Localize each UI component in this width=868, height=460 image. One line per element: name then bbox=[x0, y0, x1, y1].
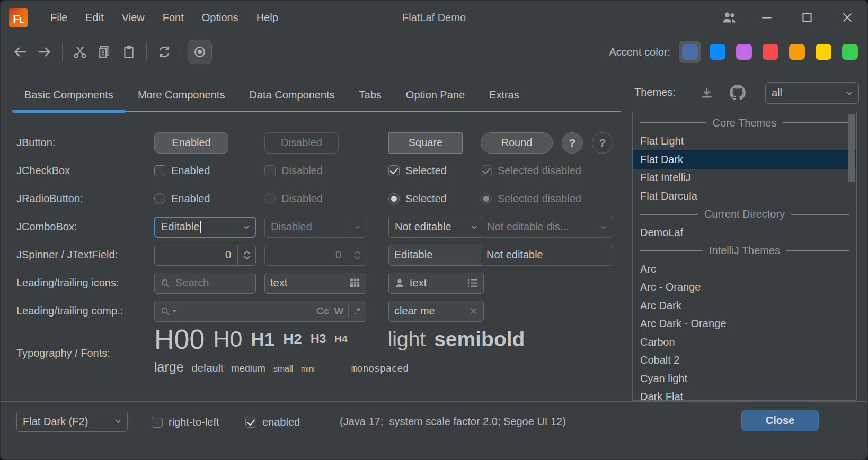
copy-icon[interactable] bbox=[92, 40, 117, 64]
menu-font[interactable]: Font bbox=[154, 1, 193, 34]
combobox-editable[interactable]: Editable bbox=[154, 217, 256, 238]
enabled-checkbox[interactable]: enabled bbox=[245, 416, 300, 428]
accent-swatch-red[interactable] bbox=[763, 44, 778, 60]
accent-color-label: Accent color: bbox=[609, 46, 670, 58]
text-input[interactable] bbox=[410, 277, 462, 289]
list-icon[interactable] bbox=[467, 278, 478, 288]
accent-swatch-yellow[interactable] bbox=[816, 44, 831, 60]
theme-list-item[interactable]: Arc Dark bbox=[633, 296, 856, 315]
checkbox-icon[interactable] bbox=[152, 417, 163, 428]
text-field-user-list[interactable] bbox=[388, 273, 484, 294]
spinner-arrows-icon[interactable] bbox=[237, 245, 255, 265]
match-case-toggle[interactable]: Cc bbox=[316, 305, 329, 317]
checkbox-icon[interactable] bbox=[154, 165, 165, 176]
theme-list-item[interactable]: DemoLaf bbox=[633, 223, 856, 242]
chevron-down-icon[interactable] bbox=[237, 218, 255, 237]
regex-toggle[interactable]: .* bbox=[353, 305, 360, 317]
accent-swatch-green[interactable] bbox=[842, 44, 858, 60]
editable-text-input[interactable] bbox=[394, 249, 478, 261]
radio-selected-icon[interactable] bbox=[388, 193, 400, 204]
github-icon[interactable] bbox=[728, 83, 748, 103]
round-button[interactable]: Round bbox=[481, 132, 553, 154]
clearable-text-input[interactable] bbox=[394, 305, 464, 317]
clear-x-icon[interactable] bbox=[469, 306, 478, 315]
tab-more-components[interactable]: More Components bbox=[126, 78, 237, 112]
maximize-button[interactable] bbox=[787, 1, 827, 34]
jspinner-label: JSpinner / JTextField: bbox=[12, 249, 154, 261]
look-and-feel-combobox[interactable]: Flat Dark (F2) bbox=[16, 411, 128, 432]
typography-light: light bbox=[388, 328, 426, 351]
forward-icon[interactable] bbox=[32, 40, 57, 64]
back-icon[interactable] bbox=[8, 40, 32, 64]
users-icon[interactable] bbox=[712, 1, 747, 34]
radio-selected-icon bbox=[481, 193, 492, 204]
tab-basic-components[interactable]: Basic Components bbox=[12, 78, 126, 112]
theme-list-item[interactable]: Flat Light bbox=[633, 132, 856, 151]
help-button-outline[interactable]: ? bbox=[592, 132, 613, 154]
accent-swatch-purple[interactable] bbox=[736, 44, 752, 60]
checkbox-selected[interactable]: Selected bbox=[388, 165, 481, 177]
radio-selected[interactable]: Selected bbox=[388, 193, 481, 205]
theme-list-item[interactable]: Dark Flat bbox=[633, 388, 856, 401]
download-icon[interactable] bbox=[697, 83, 717, 103]
accent-swatch-orange[interactable] bbox=[789, 44, 805, 60]
theme-list-item[interactable]: Flat Darcula bbox=[633, 187, 856, 205]
combobox-not-editable[interactable]: Not editable bbox=[388, 217, 484, 238]
radio-icon[interactable] bbox=[154, 193, 165, 204]
textfield-editable[interactable] bbox=[388, 245, 484, 266]
typography-label: Typography / Fonts: bbox=[12, 347, 154, 359]
checkbox-checked-icon[interactable] bbox=[388, 165, 400, 176]
tab-data-components[interactable]: Data Components bbox=[237, 78, 347, 112]
cut-icon[interactable] bbox=[68, 40, 92, 64]
menu-file[interactable]: File bbox=[41, 1, 76, 34]
chevron-down-icon[interactable] bbox=[109, 411, 127, 431]
text-input[interactable] bbox=[270, 277, 344, 289]
checkbox-checked-icon bbox=[481, 165, 492, 176]
theme-list-item[interactable]: Cyan light bbox=[633, 369, 856, 388]
theme-list-item[interactable]: Carbon bbox=[633, 333, 856, 351]
theme-list-item[interactable]: Flat IntelliJ bbox=[633, 169, 856, 187]
search-input[interactable] bbox=[182, 305, 312, 317]
theme-list-item[interactable]: Arc Dark - Orange bbox=[633, 315, 856, 333]
menu-options[interactable]: Options bbox=[193, 1, 247, 34]
chevron-down-icon[interactable] bbox=[840, 83, 858, 103]
checkbox-enabled[interactable]: Enabled bbox=[154, 165, 264, 177]
theme-list-item[interactable]: Arc - Orange bbox=[633, 278, 856, 297]
whole-word-toggle[interactable]: W bbox=[334, 305, 343, 317]
show-hidden-toggle-eye-icon[interactable] bbox=[188, 40, 212, 64]
themes-filter-combobox[interactable]: all bbox=[765, 82, 859, 104]
theme-list-item[interactable]: Arc bbox=[633, 260, 856, 278]
enabled-button[interactable]: Enabled bbox=[154, 132, 228, 154]
search-field[interactable] bbox=[154, 273, 256, 294]
radio-enabled[interactable]: Enabled bbox=[154, 193, 264, 205]
right-to-left-checkbox[interactable]: right-to-left bbox=[152, 416, 219, 428]
tab-option-pane[interactable]: Option Pane bbox=[394, 78, 477, 112]
close-window-button[interactable] bbox=[827, 1, 867, 34]
checkbox-checked-icon[interactable] bbox=[245, 417, 256, 428]
accent-swatch-default[interactable] bbox=[682, 44, 698, 60]
paste-icon[interactable] bbox=[117, 40, 141, 64]
bottom-bar: Flat Dark (F2) right-to-left enabled (Ja… bbox=[1, 402, 867, 459]
menu-help[interactable]: Help bbox=[247, 1, 287, 34]
search-input[interactable] bbox=[175, 277, 250, 289]
table-icon[interactable] bbox=[349, 278, 360, 288]
menu-view[interactable]: View bbox=[113, 1, 154, 34]
text-field-table[interactable] bbox=[264, 273, 366, 294]
menu-edit[interactable]: Edit bbox=[76, 1, 112, 34]
themes-list[interactable]: Core Themes Flat Light Flat Dark Flat In… bbox=[632, 112, 857, 401]
scrollbar-thumb[interactable] bbox=[848, 114, 855, 182]
accent-swatch-blue[interactable] bbox=[710, 44, 725, 60]
square-button[interactable]: Square bbox=[388, 132, 463, 154]
accent-swatch-selected[interactable] bbox=[679, 41, 701, 63]
refresh-icon[interactable] bbox=[152, 40, 176, 64]
typography-large: large bbox=[154, 359, 184, 375]
spinner-enabled[interactable]: 0 bbox=[154, 245, 256, 266]
theme-list-item-selected[interactable]: Flat Dark bbox=[633, 150, 856, 169]
theme-list-item[interactable]: Cobalt 2 bbox=[633, 351, 856, 370]
minimize-button[interactable] bbox=[747, 1, 787, 34]
search-menu-icon[interactable] bbox=[160, 306, 177, 317]
tab-tabs[interactable]: Tabs bbox=[347, 78, 394, 112]
help-button-filled[interactable]: ? bbox=[562, 132, 583, 154]
tab-extras[interactable]: Extras bbox=[477, 78, 532, 112]
close-button[interactable]: Close bbox=[741, 410, 819, 431]
